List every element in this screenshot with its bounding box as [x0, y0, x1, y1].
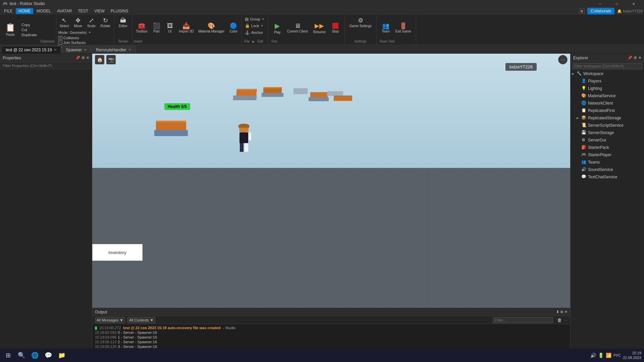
mode-label: Mode:: [58, 31, 69, 35]
material-manager-button[interactable]: 🎨 Material Manager: [196, 16, 226, 40]
tab-spawner[interactable]: Spawner ✕: [62, 46, 91, 53]
ui-button[interactable]: 🖼 UI: [164, 16, 176, 40]
tray-wifi-icon[interactable]: 📶: [606, 353, 611, 358]
menu-plugins[interactable]: PLUGINS: [108, 8, 131, 14]
toolbox-button[interactable]: 🧰 Toolbox: [134, 16, 149, 40]
log-highlight: test @ 22 сен 2023 15:19 auto-recovery f…: [123, 326, 220, 330]
block-gray-4: [309, 97, 329, 101]
log-indicator: [95, 326, 97, 330]
explorer-item-starterplayer[interactable]: 🎮 StarterPlayer: [571, 151, 644, 159]
import3d-button[interactable]: 📥 Import 3D: [177, 16, 196, 40]
output-popout-icon[interactable]: ⧉: [560, 310, 563, 314]
menu-avatar[interactable]: AVATAR: [54, 8, 74, 14]
close-button[interactable]: ✕: [626, 0, 641, 7]
explorer-item-starterpack[interactable]: 🎒 StarterPack: [571, 144, 644, 151]
exit-game-button[interactable]: 🚪 Exit Game: [393, 21, 413, 35]
explorer-item-materialservice[interactable]: 🎨 MaterialService: [571, 92, 644, 100]
current-client-button[interactable]: 🖥 Current Client: [285, 21, 310, 35]
taskbar-search-icon[interactable]: 🔍: [16, 350, 27, 361]
language-indicator[interactable]: РУС: [613, 353, 621, 357]
explorer-item-soundservice[interactable]: 🔊 SoundService: [571, 166, 644, 173]
edit-expand-icon[interactable]: ▶: [251, 40, 256, 43]
output-filter-input[interactable]: [493, 317, 553, 323]
stop-button[interactable]: Stop: [329, 21, 342, 35]
duplicate-button[interactable]: Duplicate: [19, 33, 39, 37]
output-collapse-icon[interactable]: ⬇: [556, 310, 559, 314]
part-button[interactable]: ⬛ Part: [150, 16, 163, 40]
menu-home[interactable]: HOME: [16, 8, 33, 14]
collaborate-button[interactable]: Collaborate: [587, 8, 614, 14]
explorer-item-networkclient[interactable]: 🌐 NetworkClient: [571, 100, 644, 107]
viewport-home-icon[interactable]: 🏠: [95, 55, 104, 64]
menu-test[interactable]: TEST: [75, 8, 91, 14]
move-button[interactable]: ✥ Move: [71, 16, 84, 29]
tab-main[interactable]: test @ 22 сен 2023 15:19 ✕: [1, 46, 61, 53]
explorer-close-icon[interactable]: ✕: [638, 56, 641, 60]
output-clear-icon[interactable]: 🗑: [557, 317, 562, 323]
explorer-item-replicatedstorage[interactable]: ▶ 📦 ReplicatedStorage: [571, 114, 644, 122]
anchor-button[interactable]: ⚓ Anchor: [244, 29, 265, 36]
play-button[interactable]: ▶ Play: [271, 20, 284, 36]
tray-network-icon[interactable]: 🔊: [590, 353, 596, 358]
cut-button[interactable]: Cut: [19, 27, 39, 32]
tab-spawner-close-icon[interactable]: ✕: [84, 48, 87, 52]
rotate-button[interactable]: ↻ Rotate: [98, 16, 112, 29]
properties-close-icon[interactable]: ✕: [86, 56, 89, 60]
taskbar-start-icon[interactable]: ⊞: [3, 350, 13, 361]
explorer-item-lighting[interactable]: 💡 Lighting: [571, 85, 644, 92]
menu-model[interactable]: MODEL: [34, 8, 54, 14]
lock-button[interactable]: 🔒 Lock ▼: [244, 23, 265, 29]
output-more-icon[interactable]: ···: [565, 318, 568, 322]
settings-small-icon[interactable]: ⚙: [579, 8, 585, 14]
viewport-menu-icon[interactable]: ···: [558, 55, 568, 64]
explorer-item-workspace[interactable]: ▶ 🔧 Workspace: [571, 70, 644, 77]
explorer-filter-input[interactable]: [573, 63, 642, 69]
join-surfaces-checkbox-box[interactable]: [58, 41, 62, 45]
select-button[interactable]: ↖ Select: [58, 16, 71, 29]
explorer-item-textchatservice[interactable]: 💬 TextChatService: [571, 173, 644, 181]
viewport[interactable]: 🏠 📷 ··· lodzeYT228: [92, 54, 570, 308]
copy-button[interactable]: Copy: [19, 22, 39, 27]
titlebar: 🎮 test - Roblox Studio ─ □ ✕: [0, 0, 644, 7]
explorer-item-teams[interactable]: 👥 Teams: [571, 159, 644, 166]
mode-value[interactable]: Geometric: [70, 31, 87, 35]
terrain-editor-button[interactable]: 🏔 Editor: [117, 16, 129, 29]
character-hair: [238, 124, 249, 128]
replicatedstorage-chevron-icon: ▶: [577, 116, 581, 120]
maximize-button[interactable]: □: [609, 0, 625, 7]
explorer-item-serverscriptservice[interactable]: 📜 ServerScriptService: [571, 122, 644, 129]
taskbar-explorer-icon[interactable]: 📁: [56, 350, 67, 361]
properties-settings-icon[interactable]: ⚙: [82, 56, 85, 60]
tab-remoutehandler[interactable]: RemouteHandler ✕: [92, 46, 136, 53]
taskbar-edge-icon[interactable]: 🌐: [30, 350, 40, 361]
minimize-button[interactable]: ─: [592, 0, 608, 7]
collisions-checkbox[interactable]: ✓ Collisions: [58, 36, 112, 40]
group-button[interactable]: ▤ Group ▼: [244, 16, 265, 22]
menu-view[interactable]: VIEW: [92, 8, 107, 14]
properties-pin-icon[interactable]: 📌: [75, 56, 80, 60]
explorer-item-servergui[interactable]: 🖥 ServerGui: [571, 136, 644, 144]
team-button[interactable]: 👥 Team: [379, 21, 392, 35]
join-surfaces-checkbox[interactable]: Join Surfaces: [58, 41, 112, 45]
all-messages-dropdown[interactable]: All Messages ▼: [95, 317, 125, 323]
taskbar-discord-icon[interactable]: 💬: [43, 350, 54, 361]
explorer-settings-icon[interactable]: ⚙: [634, 56, 637, 60]
explorer-item-serverstorage[interactable]: 💾 ServerStorage: [571, 129, 644, 136]
tab-main-close-icon[interactable]: ✕: [54, 48, 57, 52]
scale-button[interactable]: ⤢ Scale: [85, 16, 98, 29]
tab-remoutehandler-close-icon[interactable]: ✕: [128, 48, 131, 52]
explorer-item-replicatedfirst[interactable]: 📋 ReplicatedFirst: [571, 107, 644, 114]
paste-button[interactable]: 📋 Paste: [3, 16, 18, 43]
menu-file[interactable]: FILE: [1, 8, 15, 14]
resume-button[interactable]: ▶▶ Resume: [311, 21, 327, 35]
collisions-checkbox-box[interactable]: ✓: [58, 36, 62, 40]
tray-battery-icon[interactable]: 🔋: [598, 353, 604, 358]
color-button[interactable]: 🔵 Color: [227, 16, 240, 40]
mode-chevron-icon[interactable]: ▼: [88, 31, 91, 34]
game-settings-button[interactable]: ⚙ Game Settings: [347, 16, 374, 29]
explorer-item-players[interactable]: 👤 Players: [571, 77, 644, 85]
explorer-pin-icon[interactable]: 📌: [628, 56, 632, 60]
viewport-camera-icon[interactable]: 📷: [106, 55, 116, 64]
output-close-icon[interactable]: ✕: [565, 310, 568, 314]
all-contexts-dropdown[interactable]: All Contexts ▼: [127, 317, 155, 323]
